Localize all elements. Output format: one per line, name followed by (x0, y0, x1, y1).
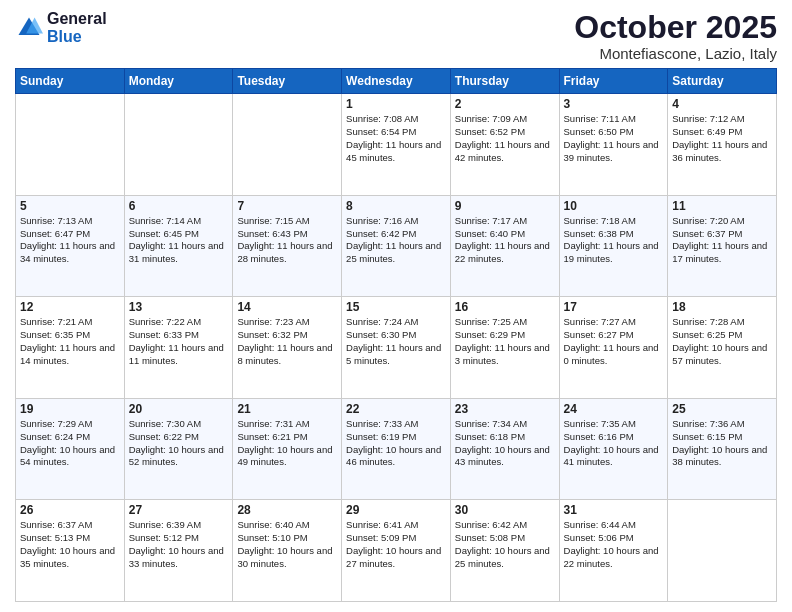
calendar-cell-2-7: 11Sunrise: 7:20 AM Sunset: 6:37 PM Dayli… (668, 195, 777, 297)
cell-info: Sunrise: 6:37 AM Sunset: 5:13 PM Dayligh… (20, 519, 120, 570)
calendar-week-1: 1Sunrise: 7:08 AM Sunset: 6:54 PM Daylig… (16, 94, 777, 196)
calendar-cell-1-6: 3Sunrise: 7:11 AM Sunset: 6:50 PM Daylig… (559, 94, 668, 196)
cell-info: Sunrise: 7:13 AM Sunset: 6:47 PM Dayligh… (20, 215, 120, 266)
logo-icon (15, 14, 43, 42)
day-number: 11 (672, 199, 772, 213)
cell-info: Sunrise: 7:31 AM Sunset: 6:21 PM Dayligh… (237, 418, 337, 469)
title-section: October 2025 Montefiascone, Lazio, Italy (574, 10, 777, 62)
day-number: 17 (564, 300, 664, 314)
day-number: 10 (564, 199, 664, 213)
cell-info: Sunrise: 7:15 AM Sunset: 6:43 PM Dayligh… (237, 215, 337, 266)
calendar-week-2: 5Sunrise: 7:13 AM Sunset: 6:47 PM Daylig… (16, 195, 777, 297)
day-number: 28 (237, 503, 337, 517)
page: General Blue October 2025 Montefiascone,… (0, 0, 792, 612)
calendar-cell-5-5: 30Sunrise: 6:42 AM Sunset: 5:08 PM Dayli… (450, 500, 559, 602)
cell-info: Sunrise: 6:42 AM Sunset: 5:08 PM Dayligh… (455, 519, 555, 570)
calendar-cell-1-4: 1Sunrise: 7:08 AM Sunset: 6:54 PM Daylig… (342, 94, 451, 196)
cell-info: Sunrise: 7:25 AM Sunset: 6:29 PM Dayligh… (455, 316, 555, 367)
day-number: 23 (455, 402, 555, 416)
day-number: 31 (564, 503, 664, 517)
cell-info: Sunrise: 7:23 AM Sunset: 6:32 PM Dayligh… (237, 316, 337, 367)
col-friday: Friday (559, 69, 668, 94)
logo-text: General Blue (47, 10, 107, 45)
calendar-cell-3-3: 14Sunrise: 7:23 AM Sunset: 6:32 PM Dayli… (233, 297, 342, 399)
day-number: 2 (455, 97, 555, 111)
calendar-cell-3-2: 13Sunrise: 7:22 AM Sunset: 6:33 PM Dayli… (124, 297, 233, 399)
day-number: 7 (237, 199, 337, 213)
calendar-cell-4-2: 20Sunrise: 7:30 AM Sunset: 6:22 PM Dayli… (124, 398, 233, 500)
calendar-cell-2-2: 6Sunrise: 7:14 AM Sunset: 6:45 PM Daylig… (124, 195, 233, 297)
location: Montefiascone, Lazio, Italy (574, 45, 777, 62)
calendar-header-row: Sunday Monday Tuesday Wednesday Thursday… (16, 69, 777, 94)
calendar-cell-5-7 (668, 500, 777, 602)
month-title: October 2025 (574, 10, 777, 45)
calendar-cell-5-3: 28Sunrise: 6:40 AM Sunset: 5:10 PM Dayli… (233, 500, 342, 602)
calendar-cell-3-1: 12Sunrise: 7:21 AM Sunset: 6:35 PM Dayli… (16, 297, 125, 399)
day-number: 5 (20, 199, 120, 213)
day-number: 18 (672, 300, 772, 314)
cell-info: Sunrise: 7:36 AM Sunset: 6:15 PM Dayligh… (672, 418, 772, 469)
col-tuesday: Tuesday (233, 69, 342, 94)
day-number: 13 (129, 300, 229, 314)
cell-info: Sunrise: 7:29 AM Sunset: 6:24 PM Dayligh… (20, 418, 120, 469)
cell-info: Sunrise: 7:20 AM Sunset: 6:37 PM Dayligh… (672, 215, 772, 266)
calendar-cell-5-1: 26Sunrise: 6:37 AM Sunset: 5:13 PM Dayli… (16, 500, 125, 602)
cell-info: Sunrise: 7:33 AM Sunset: 6:19 PM Dayligh… (346, 418, 446, 469)
calendar-cell-4-1: 19Sunrise: 7:29 AM Sunset: 6:24 PM Dayli… (16, 398, 125, 500)
calendar-cell-2-3: 7Sunrise: 7:15 AM Sunset: 6:43 PM Daylig… (233, 195, 342, 297)
day-number: 8 (346, 199, 446, 213)
cell-info: Sunrise: 7:17 AM Sunset: 6:40 PM Dayligh… (455, 215, 555, 266)
day-number: 16 (455, 300, 555, 314)
calendar-cell-2-6: 10Sunrise: 7:18 AM Sunset: 6:38 PM Dayli… (559, 195, 668, 297)
cell-info: Sunrise: 7:12 AM Sunset: 6:49 PM Dayligh… (672, 113, 772, 164)
day-number: 6 (129, 199, 229, 213)
calendar-cell-1-7: 4Sunrise: 7:12 AM Sunset: 6:49 PM Daylig… (668, 94, 777, 196)
day-number: 29 (346, 503, 446, 517)
day-number: 20 (129, 402, 229, 416)
day-number: 1 (346, 97, 446, 111)
calendar-cell-3-6: 17Sunrise: 7:27 AM Sunset: 6:27 PM Dayli… (559, 297, 668, 399)
day-number: 27 (129, 503, 229, 517)
calendar-week-3: 12Sunrise: 7:21 AM Sunset: 6:35 PM Dayli… (16, 297, 777, 399)
calendar-cell-1-5: 2Sunrise: 7:09 AM Sunset: 6:52 PM Daylig… (450, 94, 559, 196)
calendar-cell-1-3 (233, 94, 342, 196)
calendar-cell-3-4: 15Sunrise: 7:24 AM Sunset: 6:30 PM Dayli… (342, 297, 451, 399)
cell-info: Sunrise: 7:08 AM Sunset: 6:54 PM Dayligh… (346, 113, 446, 164)
cell-info: Sunrise: 7:28 AM Sunset: 6:25 PM Dayligh… (672, 316, 772, 367)
cell-info: Sunrise: 7:27 AM Sunset: 6:27 PM Dayligh… (564, 316, 664, 367)
cell-info: Sunrise: 7:30 AM Sunset: 6:22 PM Dayligh… (129, 418, 229, 469)
calendar-cell-4-3: 21Sunrise: 7:31 AM Sunset: 6:21 PM Dayli… (233, 398, 342, 500)
day-number: 9 (455, 199, 555, 213)
calendar-week-5: 26Sunrise: 6:37 AM Sunset: 5:13 PM Dayli… (16, 500, 777, 602)
calendar-week-4: 19Sunrise: 7:29 AM Sunset: 6:24 PM Dayli… (16, 398, 777, 500)
cell-info: Sunrise: 6:40 AM Sunset: 5:10 PM Dayligh… (237, 519, 337, 570)
cell-info: Sunrise: 7:11 AM Sunset: 6:50 PM Dayligh… (564, 113, 664, 164)
cell-info: Sunrise: 7:34 AM Sunset: 6:18 PM Dayligh… (455, 418, 555, 469)
cell-info: Sunrise: 6:41 AM Sunset: 5:09 PM Dayligh… (346, 519, 446, 570)
day-number: 3 (564, 97, 664, 111)
col-sunday: Sunday (16, 69, 125, 94)
day-number: 22 (346, 402, 446, 416)
day-number: 15 (346, 300, 446, 314)
calendar-cell-4-7: 25Sunrise: 7:36 AM Sunset: 6:15 PM Dayli… (668, 398, 777, 500)
calendar-cell-1-1 (16, 94, 125, 196)
calendar-cell-1-2 (124, 94, 233, 196)
logo: General Blue (15, 10, 107, 45)
calendar-table: Sunday Monday Tuesday Wednesday Thursday… (15, 68, 777, 602)
cell-info: Sunrise: 6:44 AM Sunset: 5:06 PM Dayligh… (564, 519, 664, 570)
col-monday: Monday (124, 69, 233, 94)
cell-info: Sunrise: 7:16 AM Sunset: 6:42 PM Dayligh… (346, 215, 446, 266)
cell-info: Sunrise: 7:35 AM Sunset: 6:16 PM Dayligh… (564, 418, 664, 469)
day-number: 14 (237, 300, 337, 314)
calendar-cell-4-4: 22Sunrise: 7:33 AM Sunset: 6:19 PM Dayli… (342, 398, 451, 500)
calendar-cell-3-7: 18Sunrise: 7:28 AM Sunset: 6:25 PM Dayli… (668, 297, 777, 399)
day-number: 25 (672, 402, 772, 416)
col-saturday: Saturday (668, 69, 777, 94)
day-number: 21 (237, 402, 337, 416)
calendar-cell-2-1: 5Sunrise: 7:13 AM Sunset: 6:47 PM Daylig… (16, 195, 125, 297)
cell-info: Sunrise: 7:18 AM Sunset: 6:38 PM Dayligh… (564, 215, 664, 266)
cell-info: Sunrise: 7:24 AM Sunset: 6:30 PM Dayligh… (346, 316, 446, 367)
calendar-cell-2-4: 8Sunrise: 7:16 AM Sunset: 6:42 PM Daylig… (342, 195, 451, 297)
col-wednesday: Wednesday (342, 69, 451, 94)
cell-info: Sunrise: 7:09 AM Sunset: 6:52 PM Dayligh… (455, 113, 555, 164)
